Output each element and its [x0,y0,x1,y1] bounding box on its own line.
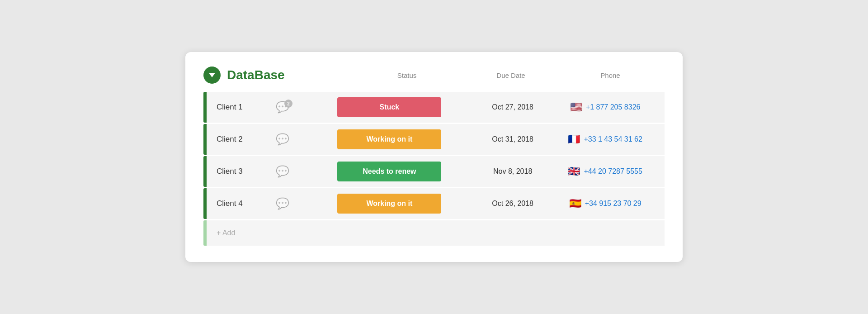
flag-icon: 🇫🇷 [568,134,580,144]
col-header-phone: Phone [556,71,665,79]
client-name: Client 3 [217,167,243,176]
client-name: Client 4 [217,199,243,208]
chat-bubble-icon: 💬 [276,165,289,177]
chat-bubble-icon: 💬 [276,133,289,145]
chat-cell[interactable]: 💬 [266,156,299,188]
client-name-cell: Client 1 [203,92,266,124]
phone-wrap: 🇪🇸+34 915 23 70 29 [569,199,642,209]
client-name-cell: Client 2 [203,124,266,156]
row-bar [203,188,207,219]
col-header-status: Status [348,71,466,79]
chat-icon-wrap[interactable]: 💬 [276,198,289,209]
status-badge[interactable]: Working on it [337,129,441,149]
add-label[interactable]: + Add [217,229,235,237]
chat-cell[interactable]: 💬 [266,124,299,156]
status-cell[interactable]: Working on it [299,188,480,220]
status-cell[interactable]: Working on it [299,124,480,156]
client-name: Client 2 [217,135,243,144]
phone-number: +44 20 7287 5555 [584,167,642,176]
due-date-cell: Oct 26, 2018 [480,188,546,220]
main-card: DataBase Status Due Date Phone Client 1💬… [185,52,683,262]
due-date-cell: Oct 31, 2018 [480,124,546,156]
svg-marker-0 [209,73,215,77]
add-cell[interactable]: + Add [203,220,665,246]
chat-bubble-icon: 💬 [276,197,289,209]
chat-badge: 2 [284,100,292,108]
phone-number: +34 915 23 70 29 [585,200,642,208]
phone-number: +1 877 205 8326 [586,103,641,111]
phone-cell: 🇺🇸+1 877 205 8326 [546,92,665,124]
flag-icon: 🇪🇸 [569,199,581,209]
flag-icon: 🇬🇧 [568,167,580,176]
row-bar [203,156,207,187]
status-badge[interactable]: Stuck [337,97,441,117]
phone-wrap: 🇫🇷+33 1 43 54 31 62 [568,134,642,144]
table-row: Client 2💬Working on itOct 31, 2018🇫🇷+33 … [203,124,665,156]
table-row: Client 4💬Working on itOct 26, 2018🇪🇸+34 … [203,188,665,220]
client-name-cell: Client 4 [203,188,266,220]
app-title: DataBase [227,68,348,82]
row-bar [203,124,207,155]
status-cell[interactable]: Stuck [299,92,480,124]
data-table: Client 1💬2StuckOct 27, 2018🇺🇸+1 877 205 … [203,92,665,246]
due-date-cell: Nov 8, 2018 [480,156,546,188]
phone-cell: 🇬🇧+44 20 7287 5555 [546,156,665,188]
add-row-bar [203,220,207,246]
phone-wrap: 🇺🇸+1 877 205 8326 [570,102,641,112]
due-date-cell: Oct 27, 2018 [480,92,546,124]
chat-cell[interactable]: 💬 [266,188,299,220]
chat-icon-wrap[interactable]: 💬2 [276,102,289,113]
add-row[interactable]: + Add [203,220,665,246]
status-badge[interactable]: Working on it [337,194,441,214]
client-name-cell: Client 3 [203,156,266,188]
status-cell[interactable]: Needs to renew [299,156,480,188]
phone-number: +33 1 43 54 31 62 [584,135,642,143]
flag-icon: 🇺🇸 [570,102,582,112]
header: DataBase Status Due Date Phone [203,67,665,84]
phone-wrap: 🇬🇧+44 20 7287 5555 [568,167,642,176]
chat-icon-wrap[interactable]: 💬 [276,134,289,145]
chat-cell[interactable]: 💬2 [266,92,299,124]
table-row: Client 1💬2StuckOct 27, 2018🇺🇸+1 877 205 … [203,92,665,124]
phone-cell: 🇫🇷+33 1 43 54 31 62 [546,124,665,156]
client-name: Client 1 [217,103,243,112]
phone-cell: 🇪🇸+34 915 23 70 29 [546,188,665,220]
col-header-duedate: Due Date [466,71,556,79]
table-row: Client 3💬Needs to renewNov 8, 2018🇬🇧+44 … [203,156,665,188]
status-badge[interactable]: Needs to renew [337,162,441,181]
logo-icon [203,67,221,84]
row-bar [203,92,207,123]
chat-icon-wrap[interactable]: 💬 [276,166,289,177]
